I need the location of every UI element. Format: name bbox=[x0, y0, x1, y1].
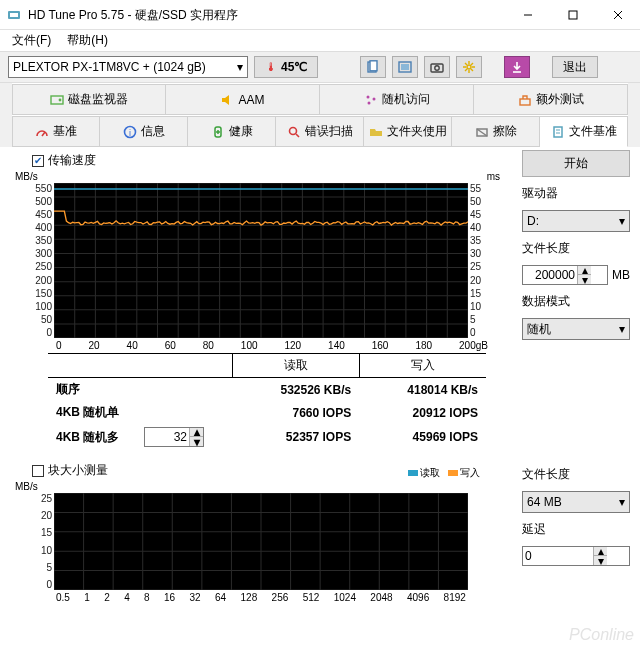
svg-point-17 bbox=[372, 97, 375, 100]
screenshot-button[interactable] bbox=[424, 56, 450, 78]
maximize-button[interactable] bbox=[550, 0, 595, 29]
chart1-svg bbox=[54, 183, 468, 338]
drive-select-value: PLEXTOR PX-1TM8VC + (1024 gB) bbox=[13, 60, 206, 74]
save-button[interactable] bbox=[504, 56, 530, 78]
svg-point-18 bbox=[367, 101, 370, 104]
legend-write-swatch bbox=[448, 470, 458, 476]
tab-row-upper: 磁盘监视器 AAM 随机访问 额外测试 bbox=[12, 83, 628, 115]
file-benchmark-icon bbox=[551, 125, 565, 139]
svg-rect-3 bbox=[569, 11, 577, 19]
spinner-down-icon[interactable]: ▾ bbox=[190, 437, 203, 446]
transfer-speed-checkbox[interactable]: ✔ bbox=[32, 155, 44, 167]
tab-random-access[interactable]: 随机访问 bbox=[320, 84, 474, 115]
chevron-down-icon: ▾ bbox=[619, 495, 625, 509]
delay-input[interactable] bbox=[523, 549, 593, 563]
start-button[interactable]: 开始 bbox=[522, 150, 630, 177]
chevron-down-icon: ▾ bbox=[619, 214, 625, 228]
svg-line-27 bbox=[296, 134, 299, 137]
y-unit: MB/s bbox=[15, 171, 38, 182]
queue-depth-spinner[interactable]: ▴▾ bbox=[144, 427, 204, 447]
delay-label: 延迟 bbox=[522, 521, 630, 538]
svg-rect-30 bbox=[554, 127, 562, 137]
transfer-speed-chart: MB/s ms 55050045040035030025020015010050… bbox=[12, 171, 510, 347]
tab-info[interactable]: i信息 bbox=[100, 116, 188, 147]
health-icon bbox=[211, 125, 225, 139]
chevron-down-icon: ▾ bbox=[619, 322, 625, 336]
tab-disk-monitor[interactable]: 磁盘监视器 bbox=[12, 84, 166, 115]
copy-screenshot-button[interactable] bbox=[392, 56, 418, 78]
tab-extra-tests[interactable]: 额外测试 bbox=[474, 84, 628, 115]
svg-point-26 bbox=[289, 127, 296, 134]
side-panel: 开始 驱动器 D:▾ 文件长度 ▴▾ MB 数据模式 随机▾ 文件长度 64 M… bbox=[522, 150, 630, 638]
temperature-indicator[interactable]: 🌡 45℃ bbox=[254, 56, 318, 78]
drive-label: 驱动器 bbox=[522, 185, 630, 202]
tab-error-scan[interactable]: 错误扫描 bbox=[276, 116, 364, 147]
chart2-svg bbox=[54, 493, 468, 590]
row-sequential-label: 顺序 bbox=[48, 378, 232, 402]
gauge-icon bbox=[35, 125, 49, 139]
read-header: 读取 bbox=[232, 354, 359, 378]
x-axis-2: 0.512481632641282565121024204840968192 bbox=[56, 590, 466, 603]
copy-info-button[interactable] bbox=[360, 56, 386, 78]
window-title: HD Tune Pro 5.75 - 硬盘/SSD 实用程序 bbox=[28, 6, 505, 24]
svg-text:i: i bbox=[129, 128, 131, 138]
legend-read-swatch bbox=[408, 470, 418, 476]
menu-bar: 文件(F) 帮助(H) bbox=[0, 30, 640, 52]
tab-benchmark[interactable]: 基准 bbox=[12, 116, 100, 147]
close-button[interactable] bbox=[595, 0, 640, 29]
tab-file-benchmark[interactable]: 文件基准 bbox=[540, 116, 628, 147]
options-button[interactable] bbox=[456, 56, 482, 78]
blocksize-label: 块大小测量 bbox=[48, 462, 108, 479]
row-4kb-multi-label: 4KB 随机多 bbox=[56, 430, 119, 444]
file-length2-label: 文件长度 bbox=[522, 466, 630, 483]
row-4kb-single-write: 20912 IOPS bbox=[359, 401, 486, 424]
svg-rect-19 bbox=[520, 99, 530, 105]
blocksize-chart: MB/s 2520151050 0.5124816326412825651210… bbox=[12, 481, 510, 599]
tab-aam[interactable]: AAM bbox=[166, 84, 320, 115]
queue-depth-input[interactable] bbox=[145, 430, 189, 444]
file-length-label: 文件长度 bbox=[522, 240, 630, 257]
minimize-button[interactable] bbox=[505, 0, 550, 29]
menu-help[interactable]: 帮助(H) bbox=[59, 30, 116, 51]
y-axis-left: 550500450400350300250200150100500 bbox=[34, 183, 54, 338]
content-pane: ✔ 传输速度 MB/s ms 5505004504003503002502001… bbox=[0, 147, 640, 646]
tab-folder-usage[interactable]: 文件夹使用 bbox=[364, 116, 452, 147]
disk-monitor-icon bbox=[50, 93, 64, 107]
menu-file[interactable]: 文件(F) bbox=[4, 30, 59, 51]
drive-select[interactable]: PLEXTOR PX-1TM8VC + (1024 gB) ▾ bbox=[8, 56, 248, 78]
file-length2-select[interactable]: 64 MB▾ bbox=[522, 491, 630, 513]
tab-health[interactable]: 健康 bbox=[188, 116, 276, 147]
blocksize-checkbox[interactable] bbox=[32, 465, 44, 477]
file-length-unit: MB bbox=[612, 268, 630, 282]
y-axis-left-2: 2520151050 bbox=[34, 493, 54, 590]
r-unit: ms bbox=[487, 171, 500, 182]
svg-line-29 bbox=[477, 129, 487, 136]
row-4kb-single-label: 4KB 随机单 bbox=[48, 401, 232, 424]
data-mode-select[interactable]: 随机▾ bbox=[522, 318, 630, 340]
thermometer-icon: 🌡 bbox=[265, 60, 277, 74]
spinner-down-icon[interactable]: ▾ bbox=[594, 556, 607, 565]
transfer-speed-label: 传输速度 bbox=[48, 152, 96, 169]
row-4kb-single-read: 7660 IOPS bbox=[232, 401, 359, 424]
tab-erase[interactable]: 擦除 bbox=[452, 116, 540, 147]
folder-icon bbox=[369, 125, 383, 139]
x-axis-1: 020406080100120140160180200gB bbox=[56, 338, 488, 351]
exit-button[interactable]: 退出 bbox=[552, 56, 598, 78]
drive-partition-select[interactable]: D:▾ bbox=[522, 210, 630, 232]
svg-point-11 bbox=[435, 66, 439, 70]
file-length-input[interactable] bbox=[523, 268, 577, 282]
write-header: 写入 bbox=[359, 354, 486, 378]
speaker-icon bbox=[220, 93, 234, 107]
extra-tests-icon bbox=[518, 93, 532, 107]
toolbar: PLEXTOR PX-1TM8VC + (1024 gB) ▾ 🌡 45℃ 退出 bbox=[0, 52, 640, 83]
y-axis-right: 5550454035302520151050 bbox=[468, 183, 488, 338]
svg-rect-9 bbox=[401, 64, 409, 70]
magnifier-icon bbox=[287, 125, 301, 139]
svg-point-12 bbox=[467, 65, 471, 69]
app-icon bbox=[6, 7, 22, 23]
svg-point-15 bbox=[59, 98, 62, 101]
file-length-spinner[interactable]: ▴▾ bbox=[522, 265, 608, 285]
delay-spinner[interactable]: ▴▾ bbox=[522, 546, 630, 566]
info-icon: i bbox=[123, 125, 137, 139]
spinner-down-icon[interactable]: ▾ bbox=[578, 275, 591, 284]
